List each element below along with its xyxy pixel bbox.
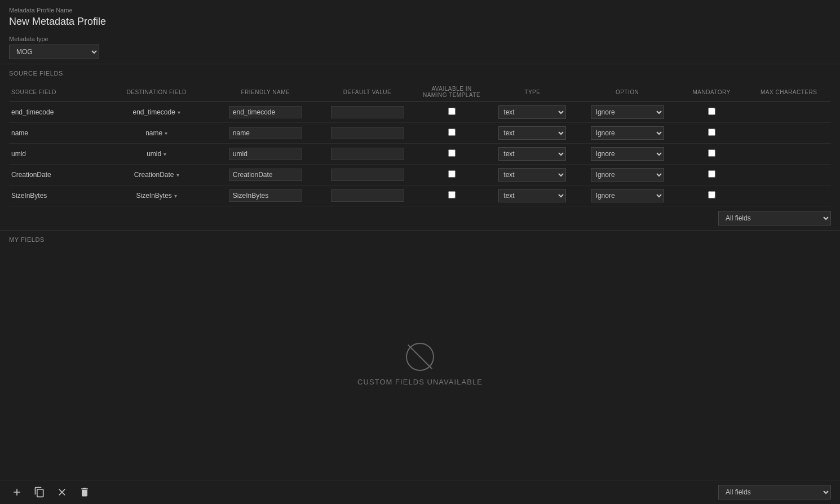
copy-button[interactable]: [32, 485, 47, 499]
mandatory-cell: [677, 185, 747, 206]
destination-field-cell: SizeInBytes▾: [100, 185, 213, 206]
bottom-left: [9, 485, 92, 499]
default-value-cell: [318, 102, 416, 123]
col-header-source-field: SOURCE FIELD: [9, 82, 100, 102]
source-field-cell: CreationDate: [9, 165, 100, 185]
type-select[interactable]: textbooleandatenumber: [498, 147, 566, 161]
friendly-name-input[interactable]: [229, 189, 302, 202]
friendly-name-input[interactable]: [229, 148, 302, 160]
type-select[interactable]: textbooleandatenumber: [498, 168, 566, 182]
destination-field-dropdown-arrow[interactable]: ▾: [165, 130, 167, 136]
option-select[interactable]: IgnoreRequiredOptional: [591, 126, 664, 140]
all-fields-select-bottom[interactable]: All fields Source fields only My fields …: [718, 485, 831, 499]
max-characters-cell: [746, 165, 831, 185]
option-cell: IgnoreRequiredOptional: [578, 165, 676, 185]
default-value-cell: [318, 123, 416, 144]
default-value-input[interactable]: [331, 148, 404, 160]
friendly-name-cell: [213, 185, 318, 206]
available-in-naming-checkbox[interactable]: [448, 191, 456, 198]
table-row: umidumid▾textbooleandatenumberIgnoreRequ…: [9, 144, 831, 165]
trash-icon: [79, 487, 90, 498]
destination-field-dropdown-arrow[interactable]: ▾: [176, 172, 179, 178]
source-field-name: CreationDate: [11, 171, 51, 179]
destination-field-dropdown-arrow[interactable]: ▾: [178, 109, 180, 116]
available-in-naming-cell: [417, 144, 487, 165]
default-value-input[interactable]: [331, 127, 404, 139]
delete-button[interactable]: [77, 485, 92, 499]
destination-field-cell: umid▾: [100, 144, 213, 165]
available-in-naming-cell: [417, 185, 487, 206]
option-select[interactable]: IgnoreRequiredOptional: [591, 168, 664, 182]
source-field-name: umid: [11, 150, 26, 158]
available-in-naming-cell: [417, 102, 487, 123]
type-select[interactable]: textbooleandatenumber: [498, 126, 566, 140]
type-cell: textbooleandatenumber: [487, 102, 578, 123]
source-fields-title: SOURCE FIELDS: [9, 70, 831, 77]
default-value-input[interactable]: [331, 189, 404, 202]
option-select[interactable]: IgnoreRequiredOptional: [591, 105, 664, 119]
option-cell: IgnoreRequiredOptional: [578, 123, 676, 144]
available-in-naming-checkbox[interactable]: [448, 129, 456, 136]
metadata-type-select[interactable]: MOG: [9, 45, 99, 59]
destination-field-text: SizeInBytes: [136, 192, 172, 200]
friendly-name-cell: [213, 144, 318, 165]
close-button[interactable]: [54, 485, 70, 499]
mandatory-checkbox[interactable]: [708, 191, 715, 198]
friendly-name-cell: [213, 102, 318, 123]
my-fields-section: MY FIELDS CUSTOM FIELDS UNAVAILABLE: [0, 230, 840, 480]
available-in-naming-checkbox[interactable]: [448, 108, 456, 115]
friendly-name-cell: [213, 123, 318, 144]
default-value-input[interactable]: [331, 169, 404, 181]
default-value-input[interactable]: [331, 106, 404, 118]
destination-field-cell: CreationDate▾: [100, 165, 213, 185]
x-icon: [56, 487, 68, 498]
default-value-cell: [318, 165, 416, 185]
add-button[interactable]: [9, 485, 25, 499]
type-cell: textbooleandatenumber: [487, 144, 578, 165]
unavailable-icon: [406, 343, 434, 371]
col-header-available: AVAILABLE IN NAMING TEMPLATE: [417, 82, 487, 102]
all-fields-bar: All fields Source fields only My fields …: [0, 206, 840, 230]
available-in-naming-checkbox[interactable]: [448, 170, 456, 178]
bottom-bar: All fields Source fields only My fields …: [0, 480, 840, 504]
all-fields-select-top[interactable]: All fields Source fields only My fields …: [718, 211, 831, 226]
max-characters-cell: [746, 185, 831, 206]
friendly-name-input[interactable]: [229, 127, 302, 139]
friendly-name-input[interactable]: [229, 169, 302, 181]
table-row: SizeInBytesSizeInBytes▾textbooleandatenu…: [9, 185, 831, 206]
table-row: namename▾textbooleandatenumberIgnoreRequ…: [9, 123, 831, 144]
col-header-mandatory: MANDATORY: [677, 82, 747, 102]
col-header-destination-field: DESTINATION FIELD: [100, 82, 213, 102]
custom-fields-unavailable: CUSTOM FIELDS UNAVAILABLE: [9, 249, 831, 480]
friendly-name-input[interactable]: [229, 106, 302, 118]
option-select[interactable]: IgnoreRequiredOptional: [591, 189, 664, 202]
source-field-cell: end_timecode: [9, 102, 100, 123]
source-field-name: end_timecode: [11, 108, 54, 116]
destination-field-dropdown-arrow[interactable]: ▾: [163, 151, 166, 157]
mandatory-checkbox[interactable]: [708, 108, 715, 115]
col-header-max-characters: MAX CHARACTERS: [746, 82, 831, 102]
available-in-naming-checkbox[interactable]: [448, 149, 456, 157]
type-select[interactable]: textbooleandatenumber: [498, 189, 566, 202]
mandatory-cell: [677, 102, 747, 123]
type-cell: textbooleandatenumber: [487, 165, 578, 185]
mandatory-checkbox[interactable]: [708, 149, 715, 157]
option-select[interactable]: IgnoreRequiredOptional: [591, 147, 664, 161]
mandatory-checkbox[interactable]: [708, 170, 715, 178]
source-field-name: SizeInBytes: [11, 192, 47, 200]
destination-field-cell: end_timecode▾: [100, 102, 213, 123]
destination-field-dropdown-arrow[interactable]: ▾: [174, 193, 177, 199]
source-field-cell: name: [9, 123, 100, 144]
available-in-naming-cell: [417, 165, 487, 185]
default-value-cell: [318, 185, 416, 206]
max-characters-cell: [746, 144, 831, 165]
type-select[interactable]: textbooleandatenumber: [498, 105, 566, 119]
option-cell: IgnoreRequiredOptional: [578, 102, 676, 123]
option-cell: IgnoreRequiredOptional: [578, 185, 676, 206]
metadata-type-label: Metadata type: [9, 36, 831, 42]
destination-field-text: name: [145, 129, 162, 137]
unavailable-text: CUSTOM FIELDS UNAVAILABLE: [357, 378, 483, 386]
top-section: Metadata Profile Name New Metadata Profi…: [0, 0, 840, 64]
mandatory-checkbox[interactable]: [708, 129, 715, 136]
available-in-naming-cell: [417, 123, 487, 144]
